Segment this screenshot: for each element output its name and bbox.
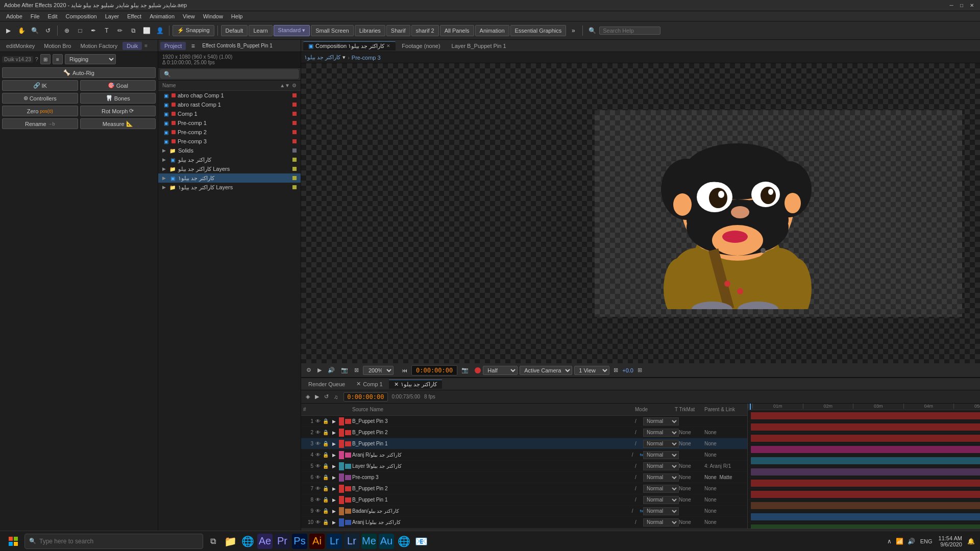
menu-edit[interactable]: Edit: [44, 12, 62, 20]
lock-icon[interactable]: 🔒: [323, 452, 330, 458]
comp-region-btn[interactable]: ⊠: [352, 366, 361, 374]
search-icon[interactable]: 🔍: [586, 24, 598, 37]
visibility-icon[interactable]: 👁: [315, 441, 323, 446]
layer-row-2[interactable]: 2 👁 🔒 ▶ B_Puppet Pin 2 / Normal None Non…: [301, 427, 747, 438]
timeline-timecode[interactable]: 0:00:00:00: [344, 392, 387, 402]
measure-button[interactable]: Measure 📐: [80, 118, 156, 129]
taskbar-search[interactable]: 🔍: [24, 534, 203, 549]
mode-select[interactable]: Normal: [643, 473, 679, 482]
menu-view[interactable]: View: [179, 12, 199, 20]
lock-icon[interactable]: 🔒: [323, 463, 330, 469]
visibility-icon[interactable]: 👁: [315, 508, 323, 514]
quality-select[interactable]: Half Full Quarter: [483, 366, 518, 375]
expand-icon[interactable]: ▶: [330, 486, 337, 492]
comp-tab-close[interactable]: ✕: [386, 43, 390, 48]
media-encoder-icon[interactable]: Me: [361, 534, 377, 549]
layer-row-1[interactable]: 1 👁 🔒 ▶ B_Puppet Pin 3 / Normal: [301, 416, 747, 427]
project-item-precomp2[interactable]: ▣ Pre-comp 2: [158, 128, 301, 137]
workspace-default[interactable]: Default: [221, 25, 248, 36]
auto-rig-button[interactable]: 🦴 Auto-Rig: [2, 67, 156, 78]
workspace-learn[interactable]: Learn: [249, 25, 272, 36]
effect-controls-tab[interactable]: Effect Controls B_Puppet Pin 1: [200, 39, 275, 53]
audition-icon[interactable]: Au: [379, 534, 394, 549]
tab-motion-bro[interactable]: Motion Bro: [40, 42, 75, 50]
tab-editmonkey[interactable]: editMonkey: [2, 42, 39, 50]
visibility-icon[interactable]: 👁: [315, 430, 323, 435]
network-icon[interactable]: 📶: [895, 537, 904, 546]
skip-start-btn[interactable]: ⏮: [400, 366, 409, 374]
chrome-icon[interactable]: 🌐: [396, 534, 411, 549]
sort-icon[interactable]: ▲▼: [280, 83, 290, 88]
tab-layer[interactable]: Layer B_Puppet Pin 1: [447, 42, 511, 50]
controllers-button[interactable]: ⊛ Controllers: [2, 93, 78, 104]
duik-list-icon[interactable]: ≡: [53, 54, 63, 64]
menu-layer[interactable]: Layer: [101, 12, 124, 20]
workspace-overflow[interactable]: »: [567, 24, 579, 37]
lightroom-icon[interactable]: Lr: [327, 534, 342, 549]
search-help-input[interactable]: [599, 27, 660, 35]
expand-icon[interactable]: ▶: [330, 430, 337, 436]
workspace-libraries[interactable]: Libraries: [355, 25, 385, 36]
mode-select[interactable]: Normal: [643, 507, 679, 515]
project-item-precomp3[interactable]: ▣ Pre-comp 3: [158, 137, 301, 146]
project-search-input[interactable]: [160, 69, 299, 79]
project-item-precomp1[interactable]: ▣ Pre-comp 1: [158, 118, 301, 128]
comp-preview-btn[interactable]: ▶: [315, 366, 324, 374]
breadcrumb-precomp[interactable]: Pre-comp 3: [352, 55, 381, 61]
audio-btn[interactable]: ♫: [332, 393, 339, 401]
volume-icon[interactable]: 🔊: [906, 537, 916, 546]
expand-icon[interactable]: ▶: [330, 519, 337, 525]
project-item-aborast[interactable]: ▣ abro rast Comp 1: [158, 100, 301, 109]
close-button[interactable]: ✕: [968, 2, 976, 10]
visibility-icon[interactable]: 👁: [315, 418, 323, 424]
project-item-karaktar[interactable]: ▶ ▣ کاراکتر جد بیلو: [158, 155, 301, 164]
notification-icon[interactable]: 🔔: [966, 537, 976, 546]
expand-icon[interactable]: ▶: [330, 474, 337, 481]
duik-help-icon[interactable]: ?: [35, 56, 38, 62]
workspace-essential[interactable]: Essential Graphics: [510, 25, 567, 36]
hand-tool[interactable]: ✋: [15, 24, 28, 37]
anchor-tool[interactable]: ⊕: [61, 24, 73, 37]
layer-row-6[interactable]: 6 👁 🔒 ▶ Pre-comp 3 / Normal None None Ma…: [301, 472, 747, 483]
pen-tool[interactable]: ✒: [87, 24, 100, 37]
project-menu-btn[interactable]: ≡: [187, 39, 199, 53]
comp-settings-btn[interactable]: ⚙: [304, 366, 313, 374]
mode-select[interactable]: Normal: [643, 451, 679, 459]
project-item-solids[interactable]: ▶ 📁 Solids: [158, 146, 301, 155]
text-tool[interactable]: T: [101, 24, 113, 37]
mode-select[interactable]: Normal: [643, 417, 679, 425]
rename-button[interactable]: Rename →b: [2, 118, 78, 129]
workspace-sharif[interactable]: Sharif: [386, 25, 410, 36]
visibility-icon[interactable]: 👁: [315, 519, 323, 525]
language-indicator[interactable]: ENG: [918, 537, 935, 545]
expand-icon[interactable]: ▶: [330, 508, 337, 514]
layer-row-7[interactable]: 7 👁 🔒 ▶ B_Puppet Pin 2 / Normal None Non…: [301, 483, 747, 494]
taskbar-search-input[interactable]: [39, 538, 199, 545]
project-item-karaktar1[interactable]: ▶ ▣ کاراکتر جد بیلو۱: [158, 173, 301, 183]
menu-composition[interactable]: Composition: [62, 12, 101, 20]
illustrator-icon[interactable]: Ai: [309, 534, 325, 549]
expand-icon[interactable]: ▶: [330, 441, 337, 447]
start-button[interactable]: [4, 532, 22, 550]
menu-window[interactable]: Window: [199, 12, 227, 20]
visibility-icon[interactable]: 👁: [315, 497, 323, 503]
lightroom-classic-icon[interactable]: Lr: [344, 534, 359, 549]
firefox-icon[interactable]: 🌐: [240, 534, 255, 549]
visibility-icon[interactable]: 👁: [315, 463, 323, 469]
play-btn[interactable]: ▶: [313, 392, 321, 401]
camera-select[interactable]: Active Camera: [520, 366, 572, 375]
lock-icon[interactable]: 🔒: [323, 486, 330, 491]
timeline-close[interactable]: ✕: [394, 381, 399, 388]
project-item-abrochap[interactable]: ▣ abro chap Comp 1: [158, 91, 301, 100]
tab-render-queue[interactable]: Render Queue: [303, 380, 350, 388]
taskbar-clock[interactable]: 11:54 AM 9/6/2020: [939, 535, 962, 547]
workspace-small-screen[interactable]: Small Screen: [311, 25, 353, 36]
camera-icon[interactable]: 📷: [459, 366, 471, 374]
mode-select[interactable]: Normal: [643, 518, 679, 527]
puppet-tool[interactable]: 👤: [154, 24, 166, 37]
workspace-animation[interactable]: Animation: [475, 25, 509, 36]
rotation-tool[interactable]: ↺: [42, 24, 54, 37]
expand-icon[interactable]: ▶: [330, 463, 337, 469]
layer-row-8[interactable]: 8 👁 🔒 ▶ B_Puppet Pin 1 / Normal None Non…: [301, 494, 747, 506]
workspace-sharif2[interactable]: sharif 2: [411, 25, 439, 36]
